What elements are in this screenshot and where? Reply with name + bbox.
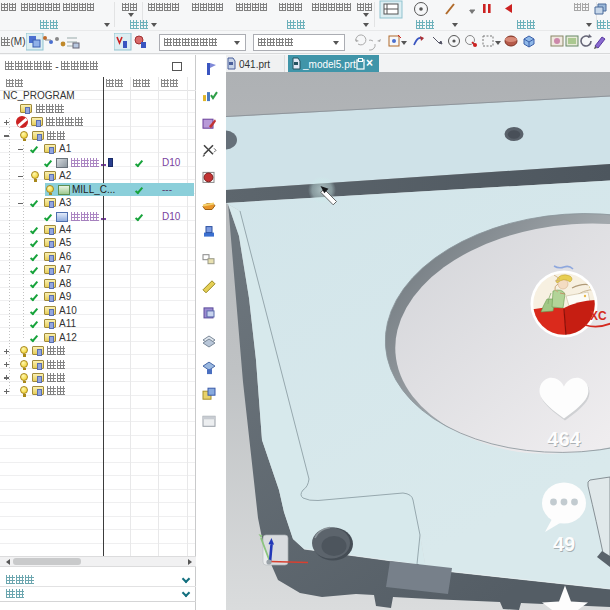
- svg-text:49: 49: [553, 533, 575, 555]
- svg-text:XC: XC: [590, 309, 607, 323]
- svg-text:464: 464: [547, 428, 581, 450]
